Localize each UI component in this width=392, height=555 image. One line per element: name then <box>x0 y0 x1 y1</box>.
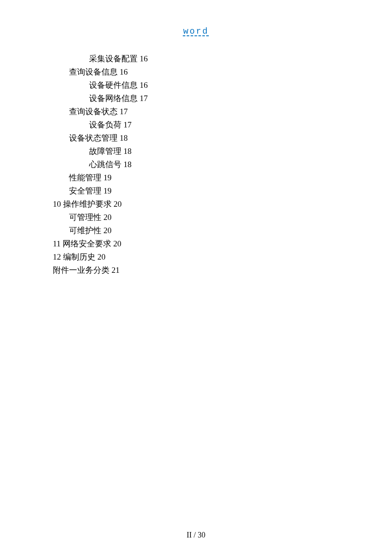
toc-entry: 可维护性 20 <box>53 224 392 237</box>
toc-page: 19 <box>101 186 112 195</box>
toc-text: 设备硬件信息 <box>89 81 138 90</box>
toc-page: 16 <box>138 81 148 90</box>
toc-text: 编制历史 <box>63 252 95 261</box>
toc-entry: 查询设备信息 16 <box>53 66 392 79</box>
toc-text: 附件一业务分类 <box>53 266 110 275</box>
toc-text: 网络安全要求 <box>63 239 111 248</box>
toc-entry: 设备状态管理 18 <box>53 132 392 145</box>
toc-text: 故障管理 <box>89 147 121 156</box>
toc-page: 17 <box>138 94 148 103</box>
toc-prefix: 10 <box>53 199 63 208</box>
toc-page: 16 <box>118 67 128 76</box>
toc-entry: 12 编制历史 20 <box>53 251 392 264</box>
toc-page: 20 <box>101 213 112 222</box>
toc-page: 20 <box>95 252 106 261</box>
toc-entry: 设备硬件信息 16 <box>53 79 392 92</box>
toc-entry: 11 网络安全要求 20 <box>53 237 392 251</box>
toc-text: 性能管理 <box>69 173 101 182</box>
toc-entry: 附件一业务分类 21 <box>53 264 392 277</box>
toc-page: 21 <box>110 266 120 275</box>
toc-text: 采集设备配置 <box>89 54 138 63</box>
toc-text: 设备状态管理 <box>69 133 118 142</box>
toc-text: 设备网络信息 <box>89 94 138 103</box>
toc-entry: 可管理性 20 <box>53 211 392 224</box>
toc-page: 18 <box>121 147 132 156</box>
toc-text: 心跳信号 <box>89 160 121 169</box>
toc-entry: 采集设备配置 16 <box>53 52 392 66</box>
table-of-contents: 采集设备配置 16查询设备信息 16设备硬件信息 16设备网络信息 17查询设备… <box>0 52 392 277</box>
toc-text: 可维护性 <box>69 226 101 235</box>
toc-text: 查询设备状态 <box>69 107 118 116</box>
toc-page: 20 <box>112 199 122 208</box>
toc-text: 可管理性 <box>69 213 101 222</box>
toc-page: 16 <box>138 54 148 63</box>
toc-page: 17 <box>121 120 132 129</box>
toc-page: 17 <box>118 107 128 116</box>
toc-page: 18 <box>121 160 132 169</box>
toc-text: 查询设备信息 <box>69 67 118 76</box>
toc-text: 设备负荷 <box>89 120 121 129</box>
toc-text: 操作维护要求 <box>63 199 112 208</box>
toc-entry: 性能管理 19 <box>53 171 392 185</box>
toc-entry: 心跳信号 18 <box>53 158 392 171</box>
toc-page: 20 <box>111 239 121 248</box>
toc-page: 20 <box>101 226 112 235</box>
toc-entry: 查询设备状态 17 <box>53 105 392 119</box>
toc-entry: 设备网络信息 17 <box>53 92 392 105</box>
toc-prefix: 12 <box>53 252 63 261</box>
toc-text: 安全管理 <box>69 186 101 195</box>
header-link[interactable]: word <box>0 26 392 36</box>
footer-text: II / 30 <box>187 531 205 539</box>
header-link-text: word <box>183 26 209 36</box>
toc-prefix: 11 <box>53 239 63 248</box>
toc-page: 19 <box>101 173 112 182</box>
toc-entry: 安全管理 19 <box>53 185 392 198</box>
toc-entry: 故障管理 18 <box>53 145 392 158</box>
toc-page: 18 <box>118 133 128 142</box>
toc-entry: 10 操作维护要求 20 <box>53 198 392 211</box>
page-footer: II / 30 <box>0 531 392 540</box>
toc-entry: 设备负荷 17 <box>53 119 392 132</box>
